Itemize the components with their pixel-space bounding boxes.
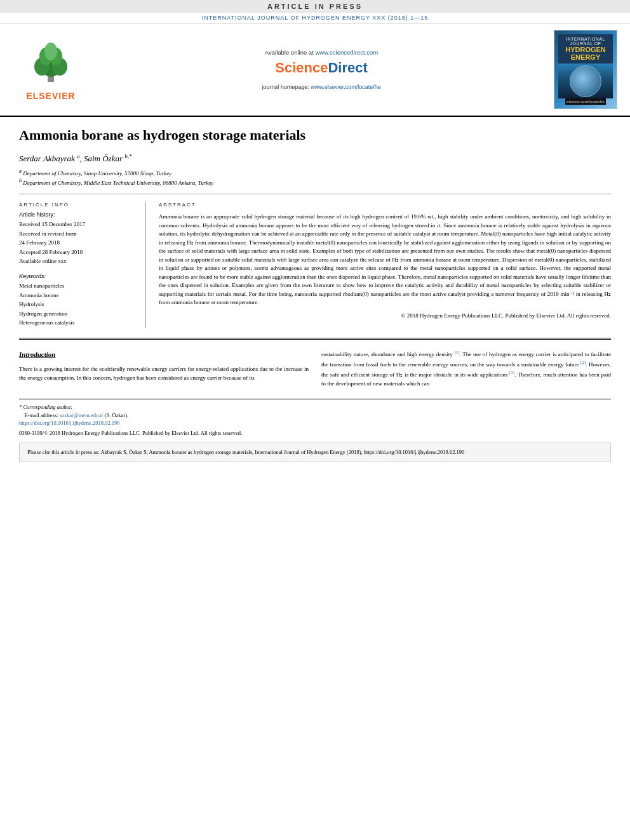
page-header: ELSEVIER Available online at www.science…	[0, 23, 630, 117]
keyword-1: Metal nanoparticles	[19, 282, 136, 290]
authors: Serdar Akbayrak a, Saim Özkar b,*	[19, 152, 611, 165]
elsevier-text: ELSEVIER	[26, 91, 75, 101]
footnote-email: E-mail address: sozkar@metu.edu.tr (S. Ö…	[19, 411, 611, 420]
sciencedirect-logo: ScienceDirect	[275, 60, 368, 76]
keyword-4: Hydrogen generation	[19, 310, 136, 318]
article-info-title: ARTICLE INFO	[19, 202, 136, 208]
introduction-right-col: sustainability nature, abundance and hig…	[321, 349, 611, 392]
section-divider	[19, 194, 611, 194]
introduction-left-col: Introduction There is a growing interest…	[19, 349, 309, 392]
main-content: Ammonia borane as hydrogen storage mater…	[0, 117, 630, 472]
keyword-3: Hydrolysis	[19, 300, 136, 309]
sciencedirect-url[interactable]: www.sciencedirect.com	[315, 49, 378, 56]
abstract-copyright: © 2018 Hydrogen Energy Publications LLC.…	[159, 312, 611, 319]
svg-point-6	[44, 43, 57, 60]
journal-name-bar: INTERNATIONAL JOURNAL OF HYDROGEN ENERGY…	[0, 13, 630, 23]
history-accepted: Accepted 28 February 2018	[19, 248, 136, 257]
elsevier-logo: ELSEVIER	[13, 30, 89, 109]
intro-paragraph-right: sustainability nature, abundance and hig…	[321, 349, 611, 389]
article-title: Ammonia borane as hydrogen storage mater…	[19, 126, 611, 145]
intro-paragraph-left: There is a growing interest for the ecof…	[19, 365, 309, 383]
history-received: Received 15 December 2017	[19, 220, 136, 229]
double-rule	[19, 338, 611, 340]
journal-homepage-text: journal homepage: www.elsevier.com/locat…	[262, 84, 381, 90]
cite-2[interactable]: [2]	[580, 360, 586, 365]
history-revised-label: Received in revised form	[19, 230, 136, 238]
abstract-title: ABSTRACT	[159, 202, 611, 208]
keyword-5: Heterogeneous catalysis	[19, 319, 136, 327]
introduction-heading: Introduction	[19, 349, 309, 360]
history-revised-date: 24 February 2018	[19, 239, 136, 247]
journal-homepage-link[interactable]: www.elsevier.com/locate/he	[311, 84, 381, 90]
available-online-text: Available online at www.sciencedirect.co…	[265, 49, 378, 56]
footnote-doi-link[interactable]: https://doi.org/10.1016/j.ijhydene.2018.…	[19, 420, 120, 426]
cite-3[interactable]: [3]	[509, 370, 514, 375]
footnote-doi: https://doi.org/10.1016/j.ijhydene.2018.…	[19, 419, 611, 427]
footnotes-area: * Corresponding author. E-mail address: …	[19, 399, 611, 436]
footnote-email-link[interactable]: sozkar@metu.edu.tr	[60, 412, 104, 418]
abstract-column: ABSTRACT Ammonia borane is an appropriat…	[159, 202, 611, 328]
header-center: Available online at www.sciencedirect.co…	[89, 30, 554, 109]
journal-cover: INTERNATIONAL JOURNAL OF HYDROGEN ENERGY…	[554, 30, 617, 109]
history-label: Article history:	[19, 211, 136, 218]
footnote-corresponding: * Corresponding author.	[19, 403, 611, 411]
history-online: Available online xxx	[19, 257, 136, 265]
affiliation-a: a Department of Chemistry, Sinop Univers…	[19, 168, 611, 177]
article-info-column: ARTICLE INFO Article history: Received 1…	[19, 202, 146, 328]
keywords-label: Keywords:	[19, 273, 136, 279]
cite-1[interactable]: [1]	[454, 350, 459, 355]
article-body: ARTICLE INFO Article history: Received 1…	[19, 202, 611, 328]
issn-line: 0360-3199/© 2018 Hydrogen Energy Publica…	[19, 430, 611, 436]
abstract-text: Ammonia borane is an appropriate solid h…	[159, 213, 611, 307]
introduction-section: Introduction There is a growing interest…	[19, 349, 611, 392]
article-in-press-banner: ARTICLE IN PRESS	[0, 0, 630, 13]
cite-article-bar: Please cite this article in press as: Ak…	[19, 443, 611, 462]
affiliation-b: b Department of Chemistry, Middle East T…	[19, 178, 611, 186]
keyword-2: Ammonia borane	[19, 291, 136, 300]
keywords-section: Keywords: Metal nanoparticles Ammonia bo…	[19, 273, 136, 327]
